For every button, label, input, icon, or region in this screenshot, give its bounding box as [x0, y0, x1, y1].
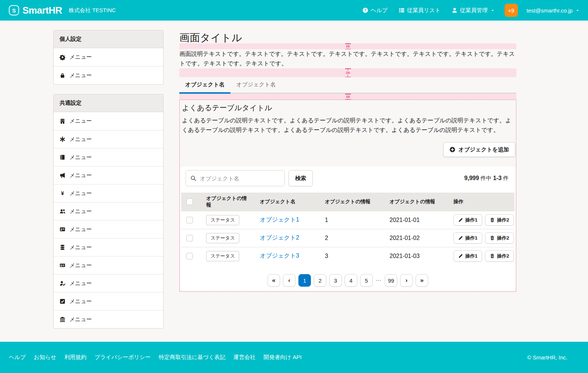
- sidebar-item-1-1[interactable]: メニュー: [54, 130, 163, 148]
- search-input-wrap: [186, 170, 285, 186]
- page-4-button[interactable]: 4: [345, 274, 357, 287]
- object-info: 2: [320, 229, 385, 247]
- sidebar-item-1-3[interactable]: メニュー: [54, 166, 163, 184]
- footer-link-5[interactable]: 運営会社: [233, 354, 255, 361]
- column-header-1: オブジェクト名: [255, 193, 320, 211]
- sidebar-item-1-7[interactable]: メニュー: [54, 238, 163, 256]
- row-checkbox[interactable]: [186, 253, 193, 259]
- row-action-1-button[interactable]: 操作1: [453, 250, 482, 262]
- row-action-1-button[interactable]: 操作1: [453, 214, 482, 226]
- sidebar-item-1-6[interactable]: メニュー: [54, 220, 163, 238]
- page-3-button[interactable]: 3: [329, 274, 342, 287]
- menu-item-label: メニュー: [69, 316, 92, 323]
- row-action-2-button[interactable]: 操作2: [485, 214, 514, 226]
- caret-down-icon: [491, 9, 494, 12]
- smarthr-logo[interactable]: S SmartHR: [9, 5, 62, 16]
- object-table: オブジェクトの情報オブジェクト名オブジェクトの情報オブジェクトの情報操作 ステー…: [181, 193, 514, 265]
- count-total: 9,999: [464, 175, 479, 181]
- notification-badge[interactable]: +9: [505, 4, 518, 17]
- sidebar-item-0-1[interactable]: メニュー: [54, 66, 163, 84]
- sidebar-item-1-10[interactable]: メニュー: [54, 292, 163, 310]
- search-icon: [190, 175, 196, 181]
- menu-item-label: メニュー: [69, 72, 92, 79]
- row-action-2-button[interactable]: 操作2: [485, 232, 514, 244]
- object-date: 2021-01-02: [385, 229, 449, 247]
- sidebar-item-1-11[interactable]: メニュー: [54, 310, 163, 328]
- sidebar-item-1-2[interactable]: メニュー: [54, 148, 163, 166]
- user-check-icon: [60, 280, 65, 286]
- object-link[interactable]: オブジェクト3: [260, 252, 299, 259]
- pagination-ellipsis: ⋯: [376, 277, 382, 284]
- page-99-button[interactable]: 99: [385, 274, 397, 287]
- prev-page-button[interactable]: ‹: [283, 274, 295, 287]
- page-1-button[interactable]: 1: [298, 274, 311, 287]
- sidebar-panel-1: 共通設定メニューメニューメニューメニュー¥メニューメニューメニューメニュー$メニ…: [53, 94, 164, 329]
- spacing-value: 16: [345, 95, 351, 98]
- header-nav-item-0[interactable]: ?ヘルプ: [362, 7, 388, 14]
- users-icon: [60, 208, 65, 214]
- first-page-button[interactable]: «: [268, 274, 280, 287]
- search-input[interactable]: [186, 170, 285, 186]
- spacing-value: 24: [345, 71, 351, 75]
- table-card: 検索 9,999 件中 1-3 件 オブジェクトの情報オブジェクト名オブジェクト…: [180, 166, 515, 291]
- spacing-annotation-16: 16: [179, 94, 516, 100]
- page-description: 画面説明テキストです。テキストです。テキストです。テキストです。テキストです。テ…: [179, 49, 516, 68]
- next-page-button[interactable]: ›: [400, 274, 413, 287]
- account-menu[interactable]: test@smarthr.co.jp: [527, 7, 579, 14]
- status-badge: ステータス: [206, 251, 239, 261]
- object-info: 3: [320, 247, 385, 265]
- count-unit: 件中: [481, 175, 492, 181]
- sidebar-section-title: 共通設定: [54, 94, 163, 112]
- row-checkbox[interactable]: [186, 217, 193, 223]
- footer-link-0[interactable]: ヘルプ: [9, 354, 26, 361]
- trash-icon: [490, 218, 495, 222]
- search-button[interactable]: 検索: [288, 170, 313, 186]
- landmark-icon: [60, 316, 65, 322]
- sidebar-item-0-0[interactable]: メニュー: [54, 48, 163, 66]
- menu-item-label: メニュー: [69, 190, 92, 197]
- svg-text:$: $: [61, 264, 62, 267]
- sidebar-item-1-4[interactable]: ¥メニュー: [54, 184, 163, 202]
- object-link[interactable]: オブジェクト1: [260, 216, 299, 223]
- footer-link-6[interactable]: 開発者向け API: [263, 354, 302, 361]
- page-2-button[interactable]: 2: [314, 274, 326, 287]
- footer-link-4[interactable]: 特定商取引法に基づく表記: [159, 354, 225, 361]
- row-action-1-button[interactable]: 操作1: [453, 232, 482, 244]
- footer-link-2[interactable]: 利用規約: [64, 354, 86, 361]
- nav-label: ヘルプ: [371, 7, 388, 14]
- menu-item-label: メニュー: [69, 154, 92, 161]
- header-nav-item-1[interactable]: 従業員リスト: [399, 7, 441, 14]
- footer-link-3[interactable]: プライバシーポリシー: [94, 354, 151, 361]
- megaphone-icon: [60, 172, 65, 178]
- last-page-button[interactable]: »: [416, 274, 428, 287]
- sidebar-section-title: 個人設定: [54, 31, 163, 48]
- sidebar-item-1-0[interactable]: メニュー: [54, 112, 163, 130]
- asterisk-icon: [60, 136, 65, 142]
- menu-item-label: メニュー: [69, 298, 92, 305]
- add-object-button[interactable]: オブジェクトを追加: [443, 142, 515, 157]
- search-row: 検索 9,999 件中 1-3 件: [186, 170, 510, 186]
- row-action-2-button[interactable]: 操作2: [485, 250, 514, 262]
- pagination: «‹12345⋯99›»: [186, 274, 510, 287]
- column-header-0: オブジェクトの情報: [202, 193, 255, 211]
- menu-item-label: メニュー: [69, 172, 92, 179]
- sidebar-item-1-5[interactable]: メニュー: [54, 202, 163, 220]
- row-checkbox[interactable]: [186, 235, 193, 241]
- header-nav-item-2[interactable]: 従業員管理: [452, 7, 494, 14]
- sidebar-item-1-9[interactable]: メニュー: [54, 274, 163, 292]
- tab-0[interactable]: オブジェクト名: [179, 78, 230, 94]
- sidebar-item-1-8[interactable]: $メニュー: [54, 256, 163, 274]
- page-5-button[interactable]: 5: [360, 274, 373, 287]
- menu-item-label: メニュー: [69, 118, 92, 125]
- object-section: よくあるテーブルタイトル よくあるテーブルの説明テキストです。よくあるテーブルの…: [179, 100, 516, 292]
- plus-circle-icon: [449, 147, 455, 153]
- select-all-checkbox[interactable]: [186, 198, 193, 205]
- logo-text: SmartHR: [22, 5, 62, 16]
- tab-1[interactable]: オブジェクト名: [230, 78, 282, 94]
- column-header-4: 操作: [449, 193, 514, 211]
- object-link[interactable]: オブジェクト2: [260, 234, 299, 241]
- footer-link-1[interactable]: お知らせ: [34, 354, 56, 361]
- table-body: ステータスオブジェクト112021-01-01操作1操作2ステータスオブジェクト…: [181, 211, 514, 265]
- app-header: S SmartHR 株式会社 TESTINC ?ヘルプ従業員リスト従業員管理 +…: [0, 0, 588, 21]
- pencil-icon: [458, 218, 463, 222]
